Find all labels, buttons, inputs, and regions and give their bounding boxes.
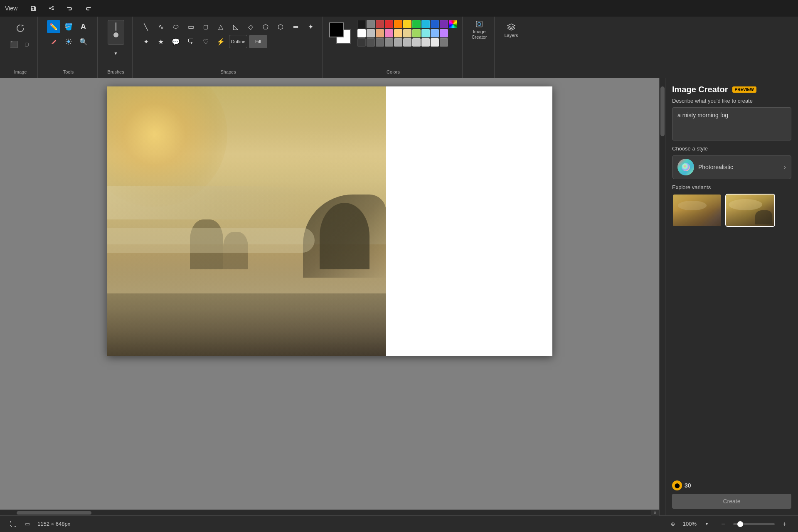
swatch-pink[interactable] (385, 29, 393, 37)
swatch-yellow[interactable] (403, 20, 411, 28)
canvas-image[interactable] (107, 86, 386, 356)
arrow-right-tool[interactable]: ➡ (289, 20, 302, 33)
curve-tool[interactable]: ∿ (154, 20, 167, 33)
image-label: Image (14, 68, 27, 74)
lightning-tool[interactable]: ⚡ (214, 35, 227, 48)
swatch-gray3[interactable] (403, 38, 411, 47)
redo-button[interactable] (82, 2, 94, 14)
triangle-tool[interactable]: △ (214, 20, 227, 33)
svg-rect-3 (476, 21, 482, 27)
style-chevron: › (784, 164, 786, 170)
credits-coin: ⬤ (672, 480, 682, 490)
star-sparkle-tool[interactable]: ✦ (304, 20, 317, 33)
color-swatches (357, 20, 457, 47)
canvas-scroll[interactable] (0, 78, 659, 515)
hscroll-thumb[interactable] (17, 511, 91, 515)
swatch-black[interactable] (357, 20, 366, 28)
swatch-lavender[interactable] (440, 29, 448, 37)
color-row-1 (357, 20, 457, 28)
vscroll-thumb[interactable] (660, 86, 665, 136)
swatch-gray2[interactable] (394, 38, 402, 47)
pencil-tool[interactable]: ✏️ (47, 20, 60, 33)
color-picker-tool[interactable] (62, 35, 75, 48)
fit-window-button[interactable]: ⛶ (7, 517, 20, 531)
text-tool[interactable]: A (77, 20, 90, 33)
swatch-lightblue[interactable] (431, 29, 439, 37)
swatch-darkgray1[interactable] (357, 38, 366, 47)
swatch-gray6[interactable] (431, 38, 439, 47)
swatch-blue[interactable] (431, 20, 439, 28)
right-triangle-tool[interactable]: ◺ (229, 20, 242, 33)
swatch-lightgray[interactable] (367, 29, 375, 37)
zoom-in-button[interactable]: + (778, 517, 791, 531)
variant-1[interactable] (672, 194, 722, 227)
swatch-darkgray2[interactable] (367, 38, 375, 47)
bottom-bar: ⛶ ▭ 1152 × 648px ⊕ 100% ▾ − + (0, 515, 798, 532)
line-tool[interactable]: ╲ (139, 20, 153, 33)
brush-size-selector[interactable] (108, 20, 124, 45)
swatch-midgray[interactable] (385, 38, 393, 47)
hexagon-tool[interactable]: ⬡ (274, 20, 287, 33)
zoom-fit-button[interactable]: ⊕ (666, 517, 680, 531)
image-resize-button[interactable]: ▢ (21, 38, 32, 50)
rect-tool[interactable]: ▭ (184, 20, 197, 33)
eraser-tool[interactable] (47, 35, 60, 48)
image-rotate-button[interactable] (12, 20, 29, 37)
foreground-color[interactable] (329, 22, 344, 37)
swatch-rainbow[interactable] (449, 20, 457, 28)
swatch-orange[interactable] (394, 20, 402, 28)
zoom-out-button[interactable]: − (717, 517, 730, 531)
heart-tool[interactable]: ♡ (199, 35, 212, 48)
variant-2[interactable] (725, 194, 775, 227)
shapes-label: Shapes (220, 68, 236, 74)
swatch-darkgray3[interactable] (376, 38, 384, 47)
image-creator-button[interactable]: Image Creator (469, 20, 489, 40)
style-selector[interactable]: Photorealistic › (672, 155, 791, 179)
share-button[interactable] (46, 2, 57, 14)
fill-shape-btn[interactable]: Fill (249, 35, 267, 48)
swatch-red[interactable] (385, 20, 393, 28)
swatch-tan[interactable] (403, 29, 411, 37)
swatch-gray4[interactable] (412, 38, 421, 47)
swatch-purple[interactable] (440, 20, 448, 28)
swatch-gray7[interactable] (440, 38, 448, 47)
diamond-tool[interactable]: ◇ (244, 20, 257, 33)
swatch-gray[interactable] (367, 20, 375, 28)
zoom-slider[interactable] (733, 523, 775, 525)
swatch-lightgreen[interactable] (412, 29, 421, 37)
image-crop-button[interactable]: ⬛ (8, 38, 20, 50)
outline-btn[interactable]: Outline (229, 35, 247, 48)
fg-bg-selector (329, 22, 351, 44)
layers-section: Layers x (496, 17, 526, 78)
vertical-scrollbar[interactable] (659, 78, 665, 515)
swatch-skin[interactable] (376, 29, 384, 37)
swatch-lightyellow[interactable] (394, 29, 402, 37)
create-button[interactable]: Create (672, 494, 791, 509)
zoom-dropdown-button[interactable]: ▾ (700, 517, 713, 531)
undo-button[interactable] (64, 2, 76, 14)
brush-dropdown[interactable]: ▼ (109, 47, 123, 60)
layers-button[interactable]: Layers (501, 20, 521, 40)
rounded-rect-tool[interactable]: ▢ (199, 20, 212, 33)
callout-tool[interactable]: 🗨 (184, 35, 197, 48)
canvas-wrapper (107, 86, 552, 356)
save-button[interactable] (27, 2, 39, 14)
preview-badge: PREVIEW (732, 86, 756, 93)
prompt-textarea[interactable]: a misty morning fog (672, 107, 791, 140)
pentagon-tool[interactable]: ⬠ (259, 20, 272, 33)
speech-bubble-tool[interactable]: 💬 (169, 35, 182, 48)
oval-tool[interactable]: ⬭ (169, 20, 182, 33)
swatch-gray5[interactable] (421, 38, 430, 47)
ribbon-tools-section: ✏️ 🪣 A 🔍 Tools (39, 17, 98, 78)
swatch-lightcyan[interactable] (421, 29, 430, 37)
swatch-white[interactable] (357, 29, 366, 37)
4point-star-tool[interactable]: ✦ (139, 35, 153, 48)
5point-star-tool[interactable]: ★ (154, 35, 167, 48)
fill-tool[interactable]: 🪣 (62, 20, 75, 33)
horizontal-scrollbar[interactable]: ⊞ (0, 510, 659, 515)
scroll-corner[interactable]: ⊞ (651, 510, 659, 516)
swatch-darkred[interactable] (376, 20, 384, 28)
swatch-cyan[interactable] (421, 20, 430, 28)
swatch-green[interactable] (412, 20, 421, 28)
magnify-tool[interactable]: 🔍 (77, 35, 90, 48)
